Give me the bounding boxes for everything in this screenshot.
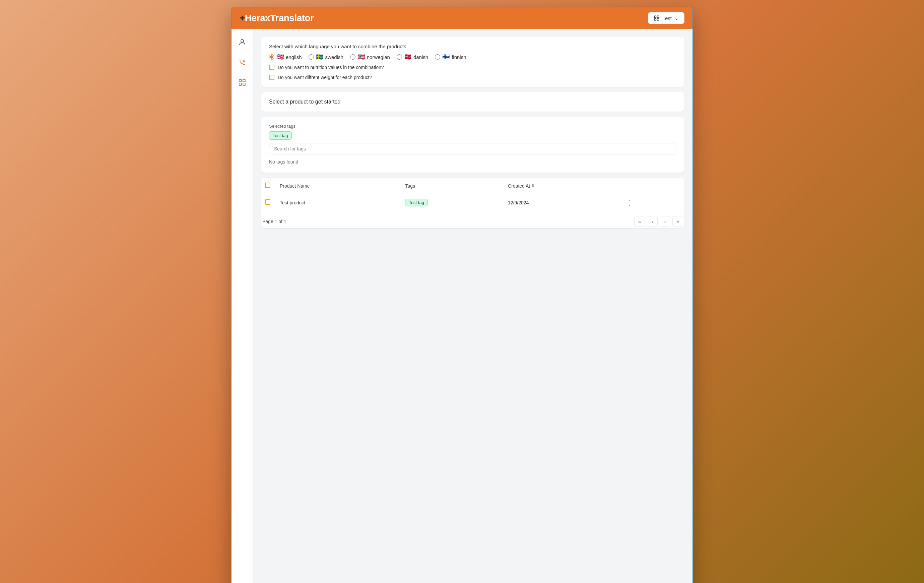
svg-rect-1 <box>657 16 659 17</box>
tags-card: Selected tags Test tag No tags found <box>261 117 685 173</box>
selected-tag-chip[interactable]: Test tag <box>269 131 292 140</box>
table-header-row: Product Name Tags Created At ⇅ <box>261 178 685 194</box>
lang-label-english: english <box>286 54 302 60</box>
row-tag-chip: Test tag <box>405 199 428 206</box>
sidebar <box>231 29 253 583</box>
lang-label-swedish: swedish <box>325 54 343 60</box>
flag-finnish: 🇫🇮 <box>442 54 450 60</box>
weight-checkbox[interactable] <box>269 75 274 80</box>
th-checkbox <box>261 178 274 194</box>
lang-radio-finnish[interactable] <box>435 54 440 59</box>
td-product-name: Test product <box>274 194 400 211</box>
lang-option-danish[interactable]: 🇩🇰 danish <box>397 54 428 60</box>
lang-label-norwegian: norwegian <box>367 54 390 60</box>
product-section-title: Select a product to get started <box>269 99 676 105</box>
lang-option-norwegian[interactable]: 🇳🇴 norwegian <box>350 54 390 60</box>
sort-icon: Created At ⇅ <box>508 183 535 188</box>
flag-norwegian: 🇳🇴 <box>358 54 365 60</box>
product-table: Product Name Tags Created At ⇅ <box>261 178 685 211</box>
grid-icon <box>238 78 246 86</box>
sort-arrows-icon: ⇅ <box>531 183 535 188</box>
lang-radio-norwegian[interactable] <box>350 54 355 59</box>
sidebar-item-translate[interactable] <box>236 56 249 69</box>
flag-danish: 🇩🇰 <box>404 54 411 60</box>
lang-radio-swedish[interactable] <box>309 54 314 59</box>
language-title: Select with which language you want to c… <box>269 43 676 49</box>
product-section-card: Select a product to get started <box>261 92 685 112</box>
main-layout: Select with which language you want to c… <box>231 29 693 583</box>
header: +HeraxTranslator Test ⌄ <box>231 7 693 29</box>
more-actions-button[interactable]: ⋮ <box>624 199 635 206</box>
nutrition-checkbox[interactable] <box>269 64 274 70</box>
next-page-button[interactable]: › <box>660 216 670 227</box>
tag-search-input[interactable] <box>269 143 676 154</box>
translate-icon <box>238 58 246 66</box>
logo-hash: + <box>239 13 245 23</box>
last-page-button[interactable]: » <box>672 216 683 227</box>
lang-label-finnish: finnish <box>452 54 466 60</box>
pagination: Page 1 of 1 « ‹ › » <box>261 211 685 228</box>
svg-rect-0 <box>655 16 656 17</box>
sidebar-item-user[interactable] <box>236 36 249 49</box>
flag-swedish: 🇸🇪 <box>316 54 323 60</box>
weight-label: Do you want diffrent weight for each pro… <box>278 75 372 80</box>
select-all-checkbox[interactable] <box>265 183 271 188</box>
app-window: +HeraxTranslator Test ⌄ <box>231 7 693 583</box>
sidebar-item-grid[interactable] <box>236 76 249 89</box>
svg-rect-5 <box>239 79 242 82</box>
product-table-container: Product Name Tags Created At ⇅ <box>261 178 685 228</box>
workspace-button[interactable]: Test ⌄ <box>648 12 685 24</box>
td-created-at: 12/9/2024 <box>503 194 619 211</box>
lang-radio-danish[interactable] <box>397 54 402 59</box>
lang-radio-english[interactable] <box>269 54 274 59</box>
page-info: Page 1 of 1 <box>262 219 286 224</box>
language-options: 🇬🇧 english 🇸🇪 swedish 🇳🇴 norwegian <box>269 54 676 60</box>
svg-rect-6 <box>243 79 245 82</box>
svg-point-4 <box>241 40 244 42</box>
workspace-label: Test <box>662 15 672 21</box>
td-tags: Test tag <box>400 194 503 211</box>
nutrition-label: Do you want to nutrition values in the c… <box>278 64 384 70</box>
content-area: Select with which language you want to c… <box>253 29 693 583</box>
user-icon <box>238 38 246 46</box>
svg-rect-3 <box>657 19 659 20</box>
table-row: Test product Test tag 12/9/2024 ⋮ <box>261 194 685 211</box>
th-product-name: Product Name <box>274 178 400 194</box>
svg-rect-2 <box>655 19 656 20</box>
svg-rect-8 <box>243 83 245 86</box>
td-more-actions: ⋮ <box>619 194 685 211</box>
flag-english: 🇬🇧 <box>276 54 284 60</box>
th-tags: Tags <box>400 178 503 194</box>
weight-checkbox-row[interactable]: Do you want diffrent weight for each pro… <box>269 75 676 80</box>
first-page-button[interactable]: « <box>634 216 645 227</box>
lang-option-english[interactable]: 🇬🇧 english <box>269 54 302 60</box>
workspace-icon <box>653 15 660 21</box>
page-controls: « ‹ › » <box>634 216 683 227</box>
workspace-chevron: ⌄ <box>675 15 679 21</box>
th-created-at[interactable]: Created At ⇅ <box>503 178 619 194</box>
th-actions <box>619 178 685 194</box>
svg-rect-7 <box>239 83 242 86</box>
prev-page-button[interactable]: ‹ <box>647 216 658 227</box>
lang-label-danish: danish <box>413 54 428 60</box>
lang-option-finnish[interactable]: 🇫🇮 finnish <box>435 54 466 60</box>
app-logo: +HeraxTranslator <box>239 13 314 23</box>
td-checkbox <box>261 194 274 211</box>
language-card: Select with which language you want to c… <box>261 37 685 87</box>
row-checkbox[interactable] <box>265 199 271 205</box>
nutrition-checkbox-row[interactable]: Do you want to nutrition values in the c… <box>269 64 676 70</box>
tags-label: Selected tags <box>269 124 676 129</box>
lang-option-swedish[interactable]: 🇸🇪 swedish <box>309 54 343 60</box>
no-tags-text: No tags found <box>269 158 676 166</box>
